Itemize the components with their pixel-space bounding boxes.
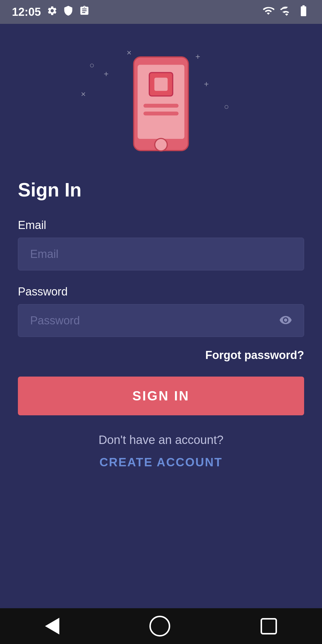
status-icons-right: [262, 4, 310, 20]
status-bar-left: 12:05: [12, 5, 90, 18]
deco-dot-5: ○: [224, 102, 229, 112]
eye-icon: [279, 314, 292, 327]
email-input[interactable]: [18, 238, 304, 270]
svg-rect-4: [143, 104, 179, 108]
toggle-password-button[interactable]: [276, 311, 295, 331]
wifi-icon: [262, 5, 274, 19]
password-wrapper: [18, 304, 304, 337]
svg-point-6: [155, 138, 167, 151]
clipboard-icon: [79, 5, 90, 18]
phone-illustration: [119, 53, 203, 156]
deco-dot-8: +: [104, 69, 109, 79]
home-button[interactable]: [149, 616, 170, 637]
no-account-text: Don't have an account?: [18, 433, 304, 447]
back-triangle-icon: [45, 618, 59, 634]
signal-icon: [280, 5, 292, 19]
svg-rect-3: [154, 78, 168, 91]
status-bar: 12:05: [0, 0, 322, 24]
recent-square-icon: [261, 618, 277, 634]
main-content: ○ × + + ○ + × + ○: [0, 24, 322, 608]
svg-rect-5: [143, 112, 179, 115]
settings-icon: [47, 5, 58, 18]
recent-button[interactable]: [261, 618, 277, 634]
forgot-password-link[interactable]: Forgot password?: [205, 349, 304, 362]
status-icons-left: [47, 5, 90, 18]
password-label: Password: [18, 285, 304, 298]
email-label: Email: [18, 219, 304, 232]
status-time: 12:05: [12, 6, 41, 18]
signin-button[interactable]: SIGN IN: [18, 377, 304, 415]
forgot-password-row: Forgot password?: [18, 349, 304, 362]
deco-dot-4: +: [204, 79, 209, 89]
deco-dot-1: ○: [89, 61, 95, 70]
shield-icon: [63, 5, 74, 18]
home-circle-icon: [149, 616, 170, 637]
password-input[interactable]: [18, 304, 304, 337]
back-button[interactable]: [45, 618, 59, 634]
deco-dot-7: ×: [81, 89, 86, 99]
create-account-link[interactable]: CREATE ACCOUNT: [18, 456, 304, 469]
battery-icon: [297, 4, 310, 20]
bottom-nav: [0, 608, 322, 644]
signin-title: Sign In: [18, 179, 304, 201]
illustration-area: ○ × + + ○ + × + ○: [18, 42, 304, 167]
